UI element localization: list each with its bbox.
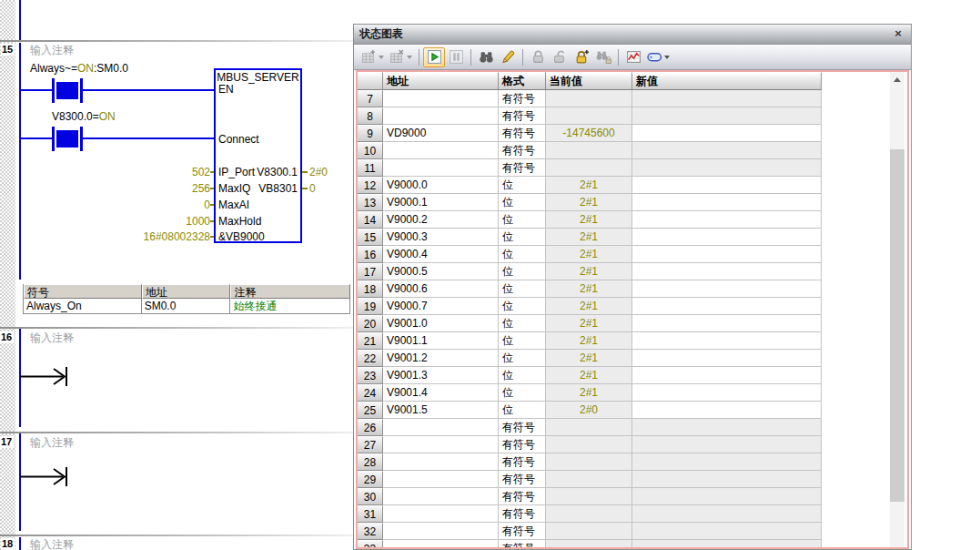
address-cell[interactable]: V9000.0 — [383, 177, 499, 194]
row-number-cell[interactable]: 23 — [358, 367, 383, 384]
new-value-cell[interactable] — [632, 384, 822, 402]
row-number-cell[interactable]: 7 — [358, 90, 383, 107]
format-cell[interactable]: 位 — [499, 211, 546, 229]
format-column-header[interactable]: 格式 — [499, 72, 546, 90]
address-cell[interactable]: V9001.2 — [383, 350, 499, 367]
network-comment[interactable]: 输入注释 — [30, 538, 74, 550]
format-cell[interactable]: 有符号 — [499, 159, 546, 177]
row-number-cell[interactable]: 26 — [358, 419, 383, 436]
row-number-cell[interactable]: 15 — [358, 229, 383, 246]
address-cell[interactable] — [383, 505, 499, 523]
new-value-cell[interactable] — [632, 263, 822, 280]
format-cell[interactable]: 有符号 — [499, 142, 546, 159]
row-number-cell[interactable]: 30 — [358, 488, 383, 505]
format-cell[interactable]: 有符号 — [499, 505, 546, 523]
address-cell[interactable] — [383, 142, 499, 159]
format-cell[interactable]: 有符号 — [499, 471, 546, 488]
address-cell[interactable]: V9001.1 — [383, 332, 499, 350]
row-number-cell[interactable]: 29 — [358, 471, 383, 488]
format-cell[interactable]: 有符号 — [499, 436, 546, 453]
current-value-column-header[interactable]: 当前值 — [546, 72, 632, 90]
format-cell[interactable]: 有符号 — [499, 419, 546, 436]
address-cell[interactable]: V9001.0 — [383, 315, 499, 332]
row-number-cell[interactable]: 19 — [358, 298, 383, 315]
input-value-vb9000[interactable]: 16#08002328 — [92, 230, 210, 243]
new-value-cell[interactable] — [632, 194, 822, 211]
row-number-cell[interactable]: 22 — [358, 350, 383, 367]
force-button[interactable] — [527, 47, 549, 67]
network-comment[interactable]: 输入注释 — [30, 331, 74, 344]
new-value-cell[interactable] — [632, 298, 822, 315]
format-cell[interactable]: 位 — [499, 263, 546, 280]
row-number-cell[interactable]: 31 — [358, 505, 383, 523]
trend-view-button[interactable] — [622, 47, 644, 67]
address-cell[interactable] — [383, 471, 499, 488]
read-all-button[interactable] — [475, 47, 497, 67]
new-value-cell[interactable] — [632, 159, 822, 177]
scroll-up-button[interactable] — [890, 72, 904, 87]
format-cell[interactable]: 有符号 — [499, 540, 546, 549]
new-value-cell[interactable] — [632, 229, 822, 246]
new-value-cell[interactable] — [632, 177, 822, 194]
unforce-button[interactable] — [549, 47, 571, 67]
row-number-cell[interactable]: 14 — [358, 211, 383, 229]
network-comment[interactable]: 输入注释 — [30, 436, 74, 449]
row-number-cell[interactable]: 18 — [358, 280, 383, 298]
empty-rung-arrow-icon[interactable] — [20, 364, 76, 389]
format-cell[interactable]: 有符号 — [499, 107, 546, 125]
address-cell[interactable] — [383, 488, 499, 505]
format-cell[interactable]: 有符号 — [499, 125, 546, 142]
address-cell[interactable]: V9000.3 — [383, 229, 499, 246]
new-value-cell[interactable] — [632, 315, 822, 332]
force-all-button[interactable] — [571, 47, 592, 67]
row-number-cell[interactable]: 32 — [358, 523, 383, 540]
new-value-cell[interactable] — [632, 246, 822, 263]
format-cell[interactable]: 位 — [499, 194, 546, 211]
new-value-cell[interactable] — [632, 436, 822, 453]
format-cell[interactable]: 有符号 — [499, 90, 546, 107]
vertical-scrollbar[interactable] — [890, 72, 904, 547]
address-cell[interactable] — [383, 453, 499, 471]
address-cell[interactable]: VD9000 — [383, 125, 499, 142]
address-cell[interactable]: V9001.5 — [383, 402, 499, 419]
new-value-cell[interactable] — [632, 523, 822, 540]
address-cell[interactable]: V9000.6 — [383, 280, 499, 298]
format-cell[interactable]: 位 — [499, 332, 546, 350]
format-cell[interactable]: 位 — [499, 280, 546, 298]
row-number-cell[interactable]: 11 — [358, 159, 383, 177]
input-value-maxhold[interactable]: 1000 — [92, 215, 210, 228]
new-value-cell[interactable] — [632, 211, 822, 229]
new-value-column-header[interactable]: 新值 — [632, 72, 822, 90]
address-column-header[interactable]: 地址 — [383, 72, 499, 90]
read-forced-button[interactable] — [592, 47, 614, 67]
format-cell[interactable]: 位 — [499, 229, 546, 246]
address-cell[interactable]: V9001.3 — [383, 367, 499, 384]
address-cell[interactable] — [383, 540, 499, 549]
delete-row-button[interactable] — [387, 47, 415, 67]
address-cell[interactable] — [383, 436, 499, 453]
new-value-cell[interactable] — [632, 505, 822, 523]
row-number-cell[interactable]: 28 — [358, 453, 383, 471]
network-comment[interactable]: 输入注释 — [30, 44, 74, 56]
address-cell[interactable]: V9000.5 — [383, 263, 499, 280]
new-value-cell[interactable] — [632, 488, 822, 505]
row-number-cell[interactable]: 27 — [358, 436, 383, 453]
format-cell[interactable]: 位 — [499, 367, 546, 384]
new-value-cell[interactable] — [632, 419, 822, 436]
address-cell[interactable] — [383, 107, 499, 125]
address-cell[interactable]: V9000.7 — [383, 298, 499, 315]
row-number-cell[interactable]: 12 — [358, 177, 383, 194]
address-cell[interactable] — [383, 90, 499, 107]
new-value-cell[interactable] — [632, 125, 822, 142]
address-cell[interactable]: V9000.2 — [383, 211, 499, 229]
write-all-button[interactable] — [497, 47, 519, 67]
chart-status-on-button[interactable] — [423, 47, 445, 67]
input-value-maxiq[interactable]: 256 — [92, 182, 210, 195]
input-value-ip-port[interactable]: 502 — [92, 166, 210, 178]
row-number-cell[interactable]: 25 — [358, 402, 383, 419]
new-value-cell[interactable] — [632, 540, 822, 549]
address-cell[interactable] — [383, 523, 499, 540]
format-cell[interactable]: 位 — [499, 402, 546, 419]
format-cell[interactable]: 位 — [499, 177, 546, 194]
format-cell[interactable]: 位 — [499, 246, 546, 263]
